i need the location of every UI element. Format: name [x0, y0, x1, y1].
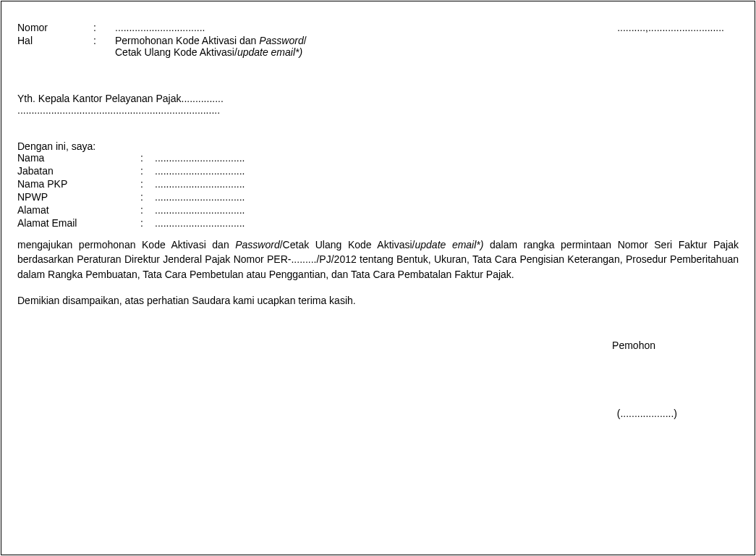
email-label: Alamat Email	[17, 217, 140, 229]
nama-value: ................................	[155, 152, 245, 164]
alamat-value: ................................	[155, 204, 245, 216]
intro-text: Dengan ini, saya:	[17, 140, 739, 152]
alamat-label: Alamat	[17, 204, 140, 216]
hal-line2: Cetak Ulang Kode Aktivasi/update email*)	[115, 46, 739, 58]
field-npwp: NPWP : ................................	[17, 191, 739, 203]
nomor-row: Nomor : ................................…	[17, 22, 739, 33]
hal-line1: Permohonan Kode Aktivasi dan Password/	[115, 35, 739, 46]
body-paragraph: mengajukan permohonan Kode Aktivasi dan …	[17, 237, 739, 282]
field-email: Alamat Email : .........................…	[17, 217, 739, 229]
npwp-label: NPWP	[17, 191, 140, 203]
signature-name-placeholder: (...................)	[17, 408, 739, 419]
hal-row: Hal : Permohonan Kode Aktivasi dan Passw…	[17, 35, 739, 58]
recipient-line1: Yth. Kepala Kantor Pelayanan Pajak......…	[17, 93, 739, 104]
npwp-value: ................................	[155, 191, 245, 203]
signature-label: Pemohon	[17, 340, 655, 351]
signature-block: Pemohon	[17, 340, 739, 351]
hal-content: Permohonan Kode Aktivasi dan Password/ C…	[115, 35, 739, 58]
email-value: ................................	[155, 217, 245, 229]
field-namapkp: Nama PKP : .............................…	[17, 178, 739, 190]
jabatan-value: ................................	[155, 165, 245, 177]
nomor-value: ................................	[115, 22, 551, 33]
nomor-label: Nomor	[17, 22, 93, 33]
field-alamat: Alamat : ...............................…	[17, 204, 739, 216]
namapkp-label: Nama PKP	[17, 178, 140, 190]
namapkp-value: ................................	[155, 178, 245, 190]
document-page: Nomor : ................................…	[1, 1, 755, 555]
colon: :	[93, 22, 115, 33]
nama-label: Nama	[17, 152, 140, 164]
field-nama: Nama : ................................	[17, 152, 739, 164]
field-jabatan: Jabatan : ..............................…	[17, 165, 739, 177]
jabatan-label: Jabatan	[17, 165, 140, 177]
recipient-line2: ........................................…	[17, 104, 739, 116]
date-placeholder: ..........,...........................	[551, 22, 739, 33]
hal-label: Hal	[17, 35, 93, 46]
colon: :	[93, 35, 115, 46]
closing-text: Demikian disampaikan, atas perhatian Sau…	[17, 295, 739, 306]
